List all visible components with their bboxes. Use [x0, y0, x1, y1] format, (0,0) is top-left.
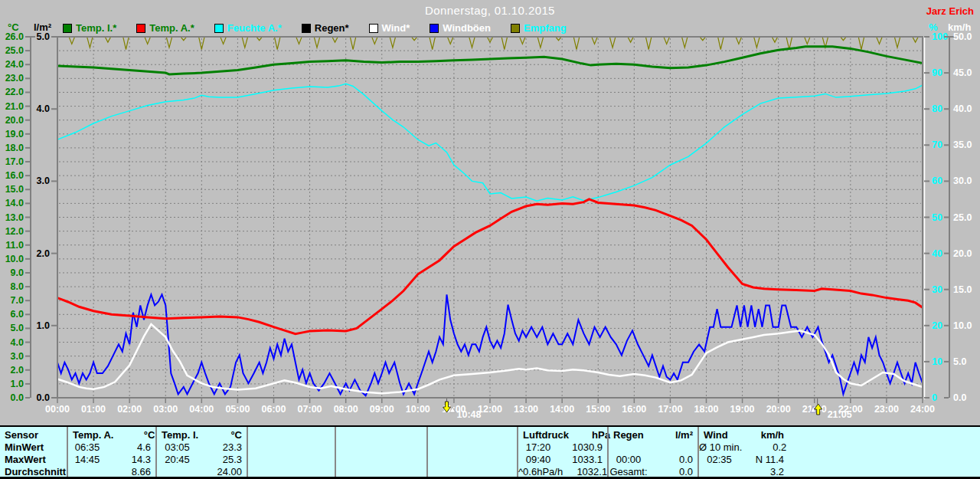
axis-tick-label: 25.0 [953, 212, 972, 223]
sensor-name: Luftdruck [518, 429, 569, 441]
stat-time: 09:40 [518, 454, 558, 466]
axis-tick-label: 16:00 [622, 404, 646, 415]
stat-time: 20:45 [157, 454, 198, 466]
table-row: Ø 10 min.0.2 [699, 441, 789, 454]
stat-value: 0.0 [648, 454, 697, 466]
sensor-unit: l/m² [652, 429, 697, 441]
axis-tick-label: 12:00 [478, 404, 502, 415]
axis-tick-label: 0.0 [953, 392, 966, 403]
stat-time: 06:35 [68, 441, 106, 454]
stat-value: 0.0 [648, 466, 697, 478]
axis-tick-label: 5.0 [37, 31, 50, 42]
axis-tick-label: 80 [932, 103, 942, 114]
axis-tick-label: 07:00 [298, 404, 322, 415]
plot-border [57, 37, 923, 398]
stat-time: Gesamt: [609, 466, 648, 478]
axis-tick-label: 30 [932, 284, 942, 295]
axis-tick-label: 3.0 [37, 176, 50, 186]
sensor-name: Regen [609, 429, 652, 441]
table-group-empty-3 [426, 427, 517, 477]
table-group-wind: Windkm/hØ 10 min.0.202:35N 11.43.2 [697, 427, 789, 477]
axis-tick-label: 12.0 [5, 226, 24, 237]
table-row [248, 441, 335, 454]
table-row: 06:354.6 [68, 441, 155, 454]
stat-value: 4.6 [106, 441, 155, 454]
axis-tick-label: 90 [932, 67, 942, 78]
axis-tick-label: 03:00 [153, 404, 178, 415]
axis-tick-label: 10:00 [406, 404, 430, 415]
time-marker-label: 21:05 [828, 409, 852, 420]
axis-tick-label: 2.0 [37, 248, 50, 259]
stat-time: ^0.6hPa/h [518, 466, 563, 478]
table-row [609, 441, 697, 454]
axis-tick-label: 25.0 [5, 45, 24, 56]
axis-tick-label: 70 [932, 139, 942, 150]
axis-tick-label: 14.0 [5, 198, 24, 208]
table-row-label: Durchschnitt [5, 466, 67, 478]
axis-tick-label: 18:00 [694, 404, 719, 415]
axis-tick-label: 2.0 [11, 365, 24, 376]
axis-tick-label: 01:00 [81, 404, 106, 415]
sensor-name: Temp. I. [157, 429, 201, 441]
axis-tick-label: 26.0 [5, 31, 24, 42]
sensor-unit: km/h [743, 429, 789, 441]
table-row [248, 466, 335, 478]
axis-tick-label: 8.0 [11, 281, 24, 292]
table-row [336, 454, 426, 466]
axis-tick-label: 10.0 [5, 254, 24, 264]
axis-tick-label: 19:00 [730, 404, 755, 415]
table-row: 14:4514.3 [68, 454, 155, 466]
axis-tick-label: 20:00 [766, 404, 791, 415]
axis-tick-label: 30.0 [953, 176, 972, 186]
stat-value: 24.00 [198, 466, 247, 478]
axis-tick-label: 7.0 [11, 295, 24, 306]
axis-tick-label: 6.0 [11, 309, 24, 320]
stat-value: N 11.4 [740, 454, 789, 466]
stat-value: 8.66 [106, 466, 155, 478]
table-row: 02:35N 11.4 [699, 454, 789, 466]
table-row: 8.66 [68, 466, 155, 478]
stat-time: Ø 10 min. [699, 441, 742, 454]
stat-value: 23.3 [198, 441, 247, 454]
axis-tick-label: 21.0 [5, 101, 24, 112]
axis-tick-label: 19.0 [5, 129, 24, 139]
table-group-empty-2 [335, 427, 426, 477]
sensor-stats-table: SensorMinWertMaxWertDurchschnittTemp. A.… [0, 425, 980, 479]
axis-tick-label: 18.0 [5, 143, 24, 153]
axis-tick-label: 10 [932, 356, 942, 367]
axis-tick-label: 08:00 [334, 404, 358, 415]
table-group-temp-i: Temp. I.°C03:0523.320:4525.324.00 [155, 427, 247, 477]
axis-tick-label: 23.0 [5, 73, 24, 84]
axis-tick-label: 16.0 [5, 170, 24, 181]
table-row-labels-column: SensorMinWertMaxWertDurchschnitt [0, 427, 67, 477]
sensor-name: Wind [699, 429, 743, 441]
table-row: 00:000.0 [609, 454, 697, 466]
axis-tick-label: 0.0 [11, 392, 24, 403]
table-row: ^0.6hPa/h1032.1 [518, 466, 607, 478]
table-row-label: Sensor [5, 429, 67, 441]
table-row-label: MinWert [5, 441, 67, 454]
axis-tick-label: 13.0 [5, 212, 24, 223]
stat-value: 25.3 [198, 454, 247, 466]
axis-tick-label: 11.0 [5, 240, 24, 251]
table-row: 3.2 [699, 466, 789, 478]
axis-tick-label: 0 [932, 392, 937, 403]
axis-tick-label: 17:00 [658, 404, 682, 415]
table-row: 17:201030.9 [518, 441, 607, 454]
table-group-regen: Regenl/m²00:000.0Gesamt:0.0 [607, 427, 697, 477]
axis-tick-label: 15.0 [5, 184, 24, 195]
table-row-label: MaxWert [5, 454, 67, 466]
axis-tick-label: 20 [932, 320, 942, 331]
axis-tick-label: 5.0 [11, 323, 24, 333]
axis-tick-label: 04:00 [189, 404, 214, 415]
axis-tick-label: 13:00 [514, 404, 538, 415]
stat-time: 02:35 [699, 454, 740, 466]
axis-tick-label: 20.0 [5, 115, 24, 126]
axis-tick-label: 05:00 [225, 404, 250, 415]
table-row [428, 454, 517, 466]
time-marker-10-48: 10:48 [443, 399, 482, 420]
axis-tick-label: 20.0 [953, 248, 972, 259]
axis-tick-label: 14:00 [550, 404, 574, 415]
axis-tick-label: 9.0 [11, 267, 24, 278]
axis-tick-label: 24:00 [910, 404, 935, 415]
